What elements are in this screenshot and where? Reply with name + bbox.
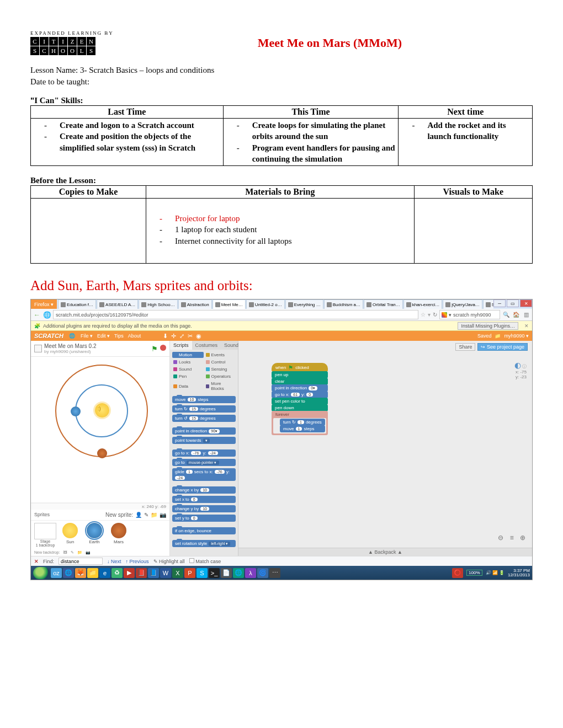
close-button[interactable]: ✕ bbox=[520, 299, 532, 307]
taskbar-icon[interactable]: W bbox=[160, 568, 171, 578]
script-area[interactable]: when⚑clicked pen up clear point in direc… bbox=[238, 341, 532, 548]
tool-icon[interactable]: ✛ bbox=[171, 333, 176, 340]
find-close-icon[interactable]: ✕ bbox=[34, 559, 39, 564]
scratch-globe-icon[interactable]: 🌐 bbox=[69, 333, 75, 339]
taskbar-icon[interactable]: oz bbox=[51, 568, 62, 578]
folder-icon[interactable]: 📁 bbox=[495, 333, 501, 339]
taskbar-icon[interactable]: P bbox=[184, 568, 195, 578]
address-bar[interactable]: scratch.mit.edu/projects/16120975/#edito… bbox=[53, 310, 418, 319]
find-next[interactable]: ↓ Next bbox=[107, 559, 121, 564]
browser-tab[interactable]: Simplexity … bbox=[483, 299, 493, 309]
cat-sound[interactable]: Sound bbox=[172, 366, 204, 372]
taskbar-icon[interactable]: >_ bbox=[209, 568, 220, 578]
green-flag-icon[interactable]: ⚑ bbox=[151, 345, 158, 353]
sprite-thumb-sun[interactable]: Sun bbox=[60, 523, 81, 544]
cat-sensing[interactable]: Sensing bbox=[205, 366, 236, 372]
block-move[interactable]: move10steps bbox=[172, 396, 236, 403]
taskbar-icon[interactable]: 🦊 bbox=[75, 568, 86, 578]
block-when-flag[interactable]: when⚑clicked bbox=[272, 363, 328, 372]
reload-icon[interactable]: ↻ bbox=[433, 312, 437, 318]
block-turn-ccw[interactable]: turn ↺15degrees bbox=[172, 415, 236, 422]
stage-thumbnail[interactable]: Stage 1 backdrop bbox=[34, 523, 56, 547]
menu-tips[interactable]: Tips bbox=[114, 333, 124, 339]
cat-pen[interactable]: Pen bbox=[172, 373, 204, 379]
taskbar-icon[interactable]: 📘 bbox=[148, 568, 159, 578]
new-sprite-camera-icon[interactable]: 📷 bbox=[160, 512, 166, 518]
browser-tab[interactable]: Orbital Tran… bbox=[364, 299, 403, 309]
maximize-button[interactable]: ▭ bbox=[507, 299, 519, 307]
block-goto-mouse[interactable]: go tomouse-pointer ▾ bbox=[172, 459, 236, 466]
block-change-y[interactable]: change y by10 bbox=[172, 505, 236, 512]
backdrop-folder-icon[interactable]: 📁 bbox=[77, 550, 82, 555]
browser-tab[interactable]: Education f… bbox=[58, 299, 96, 309]
find-input[interactable] bbox=[59, 558, 103, 565]
block-rotation-style[interactable]: set rotation styleleft-right ▾ bbox=[172, 540, 236, 547]
sprite-thumb-mars[interactable]: Mars bbox=[108, 523, 129, 544]
dropdown-icon[interactable]: ▾ bbox=[428, 312, 431, 318]
block-set-x[interactable]: set x to0 bbox=[172, 496, 236, 503]
zoom-controls[interactable]: ⊖ ≡ ⊕ bbox=[498, 534, 528, 542]
backdrop-camera-icon[interactable]: 📷 bbox=[86, 550, 91, 555]
user-menu[interactable]: myh9090 ▾ bbox=[504, 333, 529, 339]
tray-icon[interactable]: ⭕ bbox=[452, 568, 463, 578]
stage[interactable] bbox=[31, 357, 169, 503]
menu-edit[interactable]: Edit ▾ bbox=[97, 333, 110, 339]
find-prev[interactable]: ↑ Previous bbox=[126, 559, 149, 564]
block-change-x[interactable]: change x by10 bbox=[172, 486, 236, 494]
taskbar-icon[interactable]: 📕 bbox=[136, 568, 147, 578]
browser-tab[interactable]: jQuery/Java… bbox=[443, 299, 482, 309]
block-turn-cw[interactable]: turn ↻15degrees bbox=[172, 405, 236, 413]
start-button[interactable] bbox=[33, 567, 50, 579]
sun-sprite[interactable] bbox=[95, 403, 109, 417]
block-point-dir[interactable]: point in direction90▾ bbox=[172, 427, 236, 435]
sprite-thumb-earth[interactable]: Earth bbox=[84, 523, 105, 544]
browser-tab[interactable]: Everything … bbox=[285, 299, 323, 309]
cat-motion[interactable]: Motion bbox=[172, 352, 204, 358]
taskbar-icon[interactable]: ▶ bbox=[124, 568, 135, 578]
cat-control[interactable]: Control bbox=[205, 359, 236, 365]
minimize-button[interactable]: ─ bbox=[493, 299, 506, 307]
block-move[interactable]: move1steps bbox=[280, 425, 325, 432]
cat-events[interactable]: Events bbox=[205, 352, 236, 358]
home-icon[interactable]: 🏠 bbox=[512, 311, 520, 319]
bookmark-star-icon[interactable]: ☆ bbox=[421, 312, 426, 318]
plugin-close-icon[interactable]: ✕ bbox=[524, 323, 529, 329]
block-point-towards[interactable]: point towards▾ bbox=[172, 437, 236, 444]
tool-icon[interactable]: ⤢ bbox=[179, 333, 184, 340]
stop-icon[interactable] bbox=[160, 345, 166, 351]
taskbar-icon[interactable]: 📁 bbox=[87, 568, 98, 578]
backdrop-paint-icon[interactable]: 🖼 bbox=[63, 550, 67, 555]
block-edge-bounce[interactable]: if on edge, bounce bbox=[172, 527, 236, 534]
search-box[interactable]: ▾scratch myh9090 bbox=[439, 310, 500, 319]
browser-tab[interactable]: Buddhism a… bbox=[324, 299, 363, 309]
firefox-menu[interactable]: Firefox ▾ bbox=[31, 299, 57, 309]
clock[interactable]: 3:37 PM 12/31/2013 bbox=[508, 569, 530, 577]
search-icon[interactable]: 🔍 bbox=[502, 311, 510, 319]
browser-tab[interactable]: High Schoo… bbox=[139, 299, 177, 309]
backdrop-upload-icon[interactable]: ✎ bbox=[71, 550, 74, 555]
taskbar-icon[interactable]: S bbox=[196, 568, 208, 578]
browser-tab-active[interactable]: Meet Me… bbox=[213, 299, 246, 309]
taskbar-icon[interactable]: X bbox=[172, 568, 183, 578]
tab-scripts[interactable]: Scripts bbox=[170, 341, 192, 350]
find-highlight[interactable]: ✎ Highlight all bbox=[153, 559, 185, 564]
mars-sprite[interactable] bbox=[97, 448, 107, 458]
block-set-y[interactable]: set y to0 bbox=[172, 515, 236, 522]
taskbar-icon[interactable]: 🌐 bbox=[63, 568, 74, 578]
taskbar-icon[interactable]: 📄 bbox=[221, 568, 232, 578]
find-matchcase[interactable]: Match case bbox=[189, 558, 221, 564]
browser-tab[interactable]: Abstraction bbox=[178, 299, 212, 309]
taskbar-icon[interactable]: 🌐 bbox=[233, 568, 244, 578]
cat-operators[interactable]: Operators bbox=[205, 373, 236, 379]
menu-about[interactable]: About bbox=[128, 333, 141, 339]
tool-icon[interactable]: ◉ bbox=[196, 333, 201, 340]
cat-looks[interactable]: Looks bbox=[172, 359, 204, 365]
taskbar-icon[interactable]: ⋯ bbox=[269, 568, 280, 578]
new-sprite-paint-icon[interactable]: ✎ bbox=[144, 512, 148, 518]
script-stack[interactable]: when⚑clicked pen up clear point in direc… bbox=[272, 363, 328, 435]
block-goto-xy[interactable]: go to x:-76y:-24 bbox=[172, 449, 236, 457]
new-sprite-upload-icon[interactable]: 📁 bbox=[151, 512, 157, 518]
block-glide[interactable]: glide1secs to x:-76y:-24 bbox=[172, 468, 236, 481]
cat-data[interactable]: Data bbox=[172, 381, 204, 392]
taskbar-icon[interactable]: e bbox=[99, 568, 110, 578]
